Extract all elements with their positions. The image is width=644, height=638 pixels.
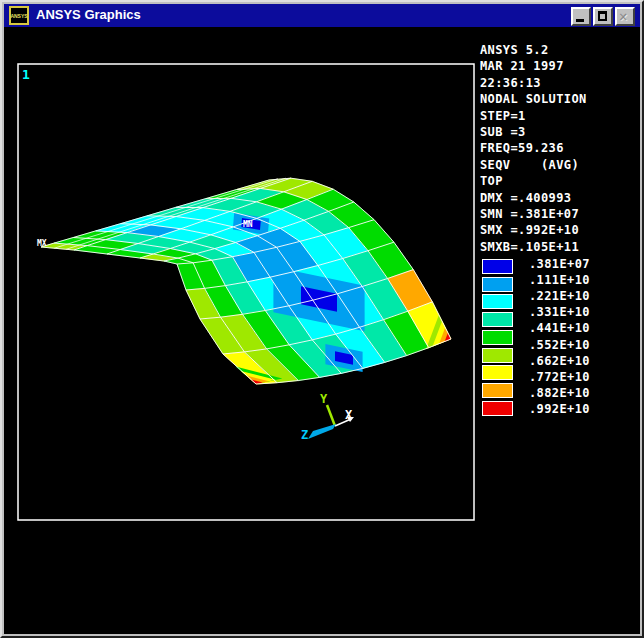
ansys-graphics-window: ANSYS ANSYS Graphics ✕ 1 MX MN xyxy=(0,0,644,638)
y-axis-label: Y xyxy=(320,392,328,406)
min-marker-label: MN xyxy=(243,220,253,229)
close-icon: ✕ xyxy=(619,10,627,23)
contour-mesh-surface xyxy=(41,178,451,384)
view-number-label: 1 xyxy=(22,67,30,82)
title-bar[interactable]: ANSYS ANSYS Graphics ✕ xyxy=(4,4,640,27)
x-axis-label: X xyxy=(345,408,353,422)
window-title: ANSYS Graphics xyxy=(36,7,141,22)
coordinate-triad: Y X Z xyxy=(301,392,354,442)
maximize-button[interactable] xyxy=(593,7,613,26)
plot-canvas[interactable]: 1 MX MN Y X Z xyxy=(4,27,644,638)
maximize-icon xyxy=(598,11,607,21)
y-axis-icon xyxy=(327,405,335,426)
minimize-icon xyxy=(576,19,584,22)
minimize-button[interactable] xyxy=(571,7,591,26)
z-axis-icon xyxy=(308,424,336,439)
z-axis-label: Z xyxy=(301,428,308,442)
max-marker-label: MX xyxy=(37,239,47,248)
graphics-client-area: 1 MX MN Y X Z xyxy=(4,27,640,634)
close-button[interactable]: ✕ xyxy=(615,7,635,26)
ansys-app-icon[interactable]: ANSYS xyxy=(9,6,29,25)
